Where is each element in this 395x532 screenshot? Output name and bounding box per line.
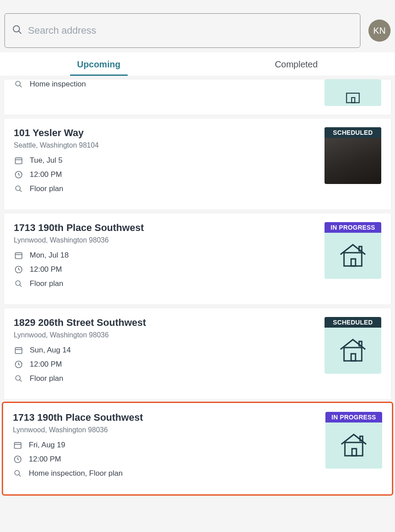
time-text: 12:00 PM [30,360,62,369]
appointment-thumbnail: IN PROGRESS [325,412,382,469]
svg-rect-18 [359,246,362,251]
address-subtitle: Seattle, Washington 98104 [14,141,325,149]
date-text: Fri, Aug 19 [29,441,65,450]
appointment-thumbnail: SCHEDULED [325,317,381,374]
status-badge: IN PROGRESS [325,222,381,233]
appointment-card[interactable]: 1713 190th Place Southwest Lynnwood, Was… [4,213,391,305]
address-subtitle: Lynnwood, Washington 98036 [14,236,325,244]
search-icon [14,184,23,194]
status-badge: SCHEDULED [325,127,381,138]
search-icon [14,79,23,89]
svg-rect-11 [16,253,22,258]
house-icon [339,242,367,267]
services-text: Floor plan [30,184,63,193]
svg-rect-25 [351,354,356,361]
calendar-icon [14,156,23,165]
address-subtitle: Lynnwood, Washington 98036 [14,331,325,339]
house-icon [340,86,365,103]
appointment-thumbnail: IN PROGRESS [325,222,381,279]
time-text: 12:00 PM [30,170,62,179]
appointment-card[interactable]: 101 Yesler Way Seattle, Washington 98104… [4,118,391,210]
tab-completed[interactable]: Completed [198,52,395,76]
svg-point-14 [16,281,20,286]
svg-line-15 [20,285,22,287]
calendar-icon [14,250,23,260]
services-text: Floor plan [30,374,63,383]
clock-icon [13,454,23,464]
svg-point-0 [13,26,20,32]
tab-upcoming[interactable]: Upcoming [0,52,198,76]
search-icon [13,469,23,478]
svg-rect-27 [15,442,21,448]
clock-icon [14,360,23,369]
address-subtitle: Lynnwood, Washington 98036 [13,426,325,434]
svg-rect-33 [352,449,356,456]
search-icon [12,24,23,37]
services-text: Floor plan [30,279,63,288]
svg-line-23 [20,379,22,382]
svg-rect-26 [359,341,362,346]
svg-line-1 [19,31,21,34]
date-text: Tue, Jul 5 [30,156,63,165]
svg-rect-6 [16,158,22,164]
time-text: 12:00 PM [29,455,61,464]
search-input[interactable] [28,25,353,36]
address-title: 1713 190th Place Southwest [13,412,325,423]
svg-point-30 [15,470,20,475]
appointment-card[interactable]: 1713 190th Place Southwest Lynnwood, Was… [3,403,392,495]
services-text: Home inspection [30,80,86,89]
date-text: Sun, Aug 14 [30,346,71,355]
svg-point-22 [16,376,20,380]
appointment-thumbnail: SCHEDULED [325,127,381,184]
svg-line-31 [19,474,21,477]
avatar[interactable]: KN [368,20,391,42]
svg-point-9 [16,186,20,191]
search-icon [14,279,23,289]
appointment-list: Home inspection 101 Yesler Way Seattle, … [0,79,395,506]
svg-rect-34 [360,436,363,441]
tabs: Upcoming Completed [0,52,395,76]
house-icon [340,432,368,457]
search-icon [14,374,23,383]
address-title: 1829 206th Street Southwest [14,317,325,329]
address-title: 101 Yesler Way [14,127,325,139]
svg-rect-19 [16,348,22,353]
svg-line-10 [20,190,22,192]
appointment-thumbnail [325,79,381,106]
svg-rect-5 [352,98,355,102]
status-badge: SCHEDULED [325,317,381,328]
time-text: 12:00 PM [30,265,62,274]
top-bar: KN [0,0,395,52]
search-field-container[interactable] [4,13,360,48]
clock-icon [14,170,23,180]
svg-rect-17 [351,259,356,266]
status-badge: IN PROGRESS [325,412,382,422]
appointment-card[interactable]: 1829 206th Street Southwest Lynnwood, Wa… [4,308,391,400]
svg-point-2 [16,81,20,86]
date-text: Mon, Jul 18 [30,251,69,260]
appointment-card[interactable]: Home inspection [4,79,391,115]
calendar-icon [13,440,23,450]
clock-icon [14,265,23,274]
house-icon [339,337,367,362]
svg-line-3 [20,85,22,87]
calendar-icon [14,345,23,355]
address-title: 1713 190th Place Southwest [14,222,325,234]
services-text: Home inspection, Floor plan [29,469,123,478]
